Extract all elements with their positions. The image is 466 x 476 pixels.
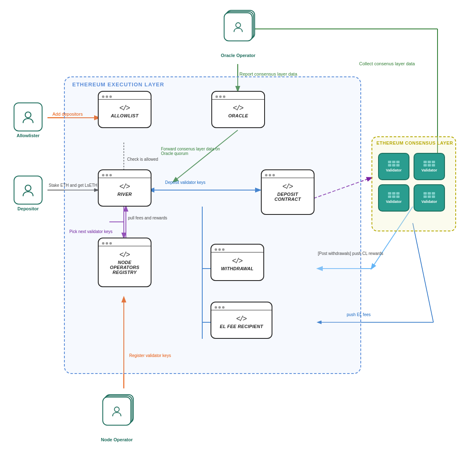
validator-3: Validator <box>378 184 409 212</box>
depositor-label: Depositor <box>12 206 45 211</box>
oracle-contract: </> ORACLE <box>211 91 265 128</box>
report-consensus-label: Report consensus layer data <box>239 71 297 76</box>
river-name: RIVER <box>115 192 134 199</box>
node-operator-label: Node Operator <box>98 437 135 442</box>
el-fee-recipient-contract: </> EL FEE RECIPIENT <box>211 302 272 339</box>
withdrawal-titlebar <box>211 247 263 252</box>
allowlister-label: Allowlister <box>12 133 45 138</box>
eth-consensus-layer: ETHEREUM CONSENSUS LAYER Validator Valid… <box>371 136 456 231</box>
nor-code-icon: </> <box>119 250 130 259</box>
deposit-contract-code-icon: </> <box>282 182 293 191</box>
validator-3-label: Validator <box>386 200 402 204</box>
allowlister-actor: Allowlister <box>12 102 45 138</box>
elfee-name: EL FEE RECIPIENT <box>218 324 266 331</box>
collect-consensus-label: Collect consenus layer data <box>359 61 415 66</box>
eth-consensus-label: ETHEREUM CONSENSUS LAYER <box>376 140 453 145</box>
forward-consensus-label: Forward consenus layer data on Oracle qu… <box>161 147 231 156</box>
validator-4: Validator <box>414 184 445 212</box>
allowlister-icon <box>14 102 43 131</box>
validator-1: Validator <box>378 153 409 180</box>
add-depositors-label: Add depositors <box>52 112 83 117</box>
validator-1-label: Validator <box>386 168 402 172</box>
post-withdrawals-label: [Post withdrawals] push CL rewards <box>318 251 383 256</box>
deposit-contract-name: DEPOSITCONTRACT <box>272 192 303 204</box>
validator-2: Validator <box>414 153 445 180</box>
allowlist-contract: </> ALLOWLIST <box>98 91 151 128</box>
check-allowed-label: Check is allowed <box>127 157 158 162</box>
pick-next-validator-label: Pick next validator keys <box>69 229 113 234</box>
allowlist-name: ALLOWLIST <box>109 113 141 121</box>
register-validator-label: Register validator keys <box>129 353 171 358</box>
node-operator-actor: Node Operator <box>98 397 135 442</box>
svg-point-28 <box>25 112 31 118</box>
deposit-contract: </> DEPOSITCONTRACT <box>261 169 315 215</box>
deposit-contract-titlebar <box>262 173 314 178</box>
depositor-icon <box>14 176 43 205</box>
depositor-actor: Depositor <box>12 176 45 211</box>
withdrawal-code-icon: </> <box>232 257 243 265</box>
withdrawal-contract: </> WITHDRAWAL <box>211 244 264 281</box>
nor-name: NODEOPERATORSREGISTRY <box>107 260 142 277</box>
eth-exec-label: ETHEREUM EXECUTION LAYER <box>72 81 164 88</box>
allowlist-titlebar <box>99 94 151 100</box>
oracle-code-icon: </> <box>233 104 244 112</box>
svg-line-22 <box>413 223 433 322</box>
river-titlebar <box>99 173 151 178</box>
elfee-titlebar <box>211 305 272 310</box>
node-operators-registry-contract: </> NODEOPERATORSREGISTRY <box>98 238 151 287</box>
oracle-titlebar <box>212 94 264 100</box>
river-code-icon: </> <box>119 182 130 191</box>
push-el-fees-label: push EL fees <box>347 312 371 317</box>
validator-2-label: Validator <box>421 168 437 172</box>
river-contract: </> RIVER <box>98 169 151 207</box>
elfee-code-icon: </> <box>236 314 247 323</box>
svg-point-31 <box>114 407 119 412</box>
validator-4-label: Validator <box>421 200 437 204</box>
withdrawal-name: WITHDRAWAL <box>219 266 256 274</box>
svg-point-29 <box>25 185 31 191</box>
nor-titlebar <box>99 241 151 246</box>
pull-fees-label: pull fees and rewards <box>128 216 167 220</box>
deposit-validator-keys-label: Deposit validator keys <box>165 180 206 185</box>
oracle-operator-label: Oracle Operator <box>220 53 257 58</box>
stake-eth-label: Stake ETH and get LsETH <box>49 183 97 188</box>
diagram-container: ETHEREUM EXECUTION LAYER ETHEREUM CONSEN… <box>0 0 466 476</box>
allowlist-code-icon: </> <box>119 104 130 112</box>
svg-point-30 <box>236 23 241 28</box>
oracle-name: ORACLE <box>226 113 251 121</box>
oracle-operator-actor: Oracle Operator <box>220 12 257 58</box>
